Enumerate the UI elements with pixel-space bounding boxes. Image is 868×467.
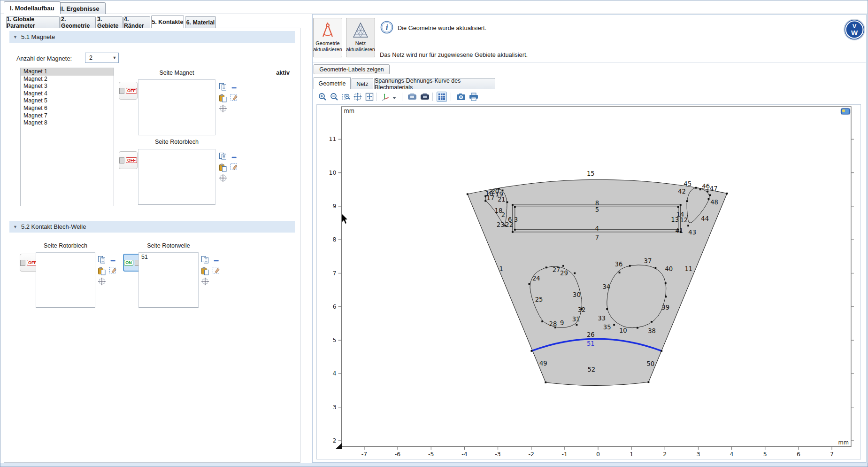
zoom-box-icon[interactable] — [342, 93, 350, 101]
printer-icon[interactable] — [469, 93, 478, 101]
viewtab-spannungs-dehnungs-kurve[interactable]: Spannungs-Dehnungs-Kurve des Blechmateri… — [374, 78, 495, 89]
anzahl-magnete-select[interactable]: 2 ▼ — [85, 53, 119, 63]
clear-selection-icon[interactable] — [230, 93, 238, 102]
paste-selection-icon[interactable] — [201, 267, 209, 275]
group-title-seite-magnet: Seite Magnet — [138, 70, 215, 76]
geometry-label: 30 — [573, 291, 581, 298]
image-snapshot-dark-icon[interactable] — [420, 93, 430, 101]
geometry-label: 21 — [498, 196, 506, 203]
vertex-marker — [654, 267, 656, 269]
zoom-to-selection-icon[interactable] — [98, 277, 106, 286]
vertex-marker — [531, 350, 533, 352]
magnet-list-item[interactable]: Magnet 3 — [21, 83, 114, 90]
geometry-label: 43 — [688, 229, 696, 236]
selection-box-seite-rotorwelle[interactable]: 51 — [138, 252, 199, 308]
subtab-gebiete[interactable]: 3. Gebiete — [97, 16, 123, 28]
geometry-label: 50 — [646, 360, 654, 367]
vertex-marker — [545, 266, 547, 268]
clear-selection-icon[interactable] — [109, 266, 117, 275]
clear-selection-icon[interactable] — [212, 266, 221, 275]
geometry-plot[interactable]: -7-6-5-4-3-2-101234567234567891011mmmm12… — [316, 104, 861, 459]
selection-box-seite-magnet[interactable] — [138, 79, 215, 135]
selection-entry[interactable]: 51 — [141, 254, 196, 260]
y-tick-label: 7 — [333, 270, 337, 277]
clear-selection-icon[interactable] — [230, 163, 238, 171]
geometry-label: 18 — [495, 207, 503, 214]
tab-modellaufbau[interactable]: I. Modellaufbau — [4, 1, 61, 14]
show-geometry-labels-button[interactable]: Geometrie-Labels zeigen — [314, 64, 390, 74]
tab-modellaufbau-label: I. Modellaufbau — [10, 5, 54, 12]
update-geometry-button[interactable]: Geometrie aktualisieren — [313, 18, 342, 57]
aktiv-label: aktiv — [261, 70, 290, 76]
selection-box-seite-rotorblech[interactable] — [138, 149, 215, 205]
section-kontakt-header[interactable]: ▼ 5.2 Kontakt Blech-Welle — [9, 221, 295, 233]
info-icon: i — [380, 21, 393, 34]
section-magnete-header[interactable]: ▼ 5.1 Magnete — [9, 31, 295, 43]
copy-selection-icon[interactable] — [219, 152, 227, 161]
remove-selection-icon[interactable] — [231, 84, 238, 92]
subtab-globale-parameter[interactable]: 1. Globale Parameter — [6, 16, 60, 28]
magnet-list-item[interactable]: Magnet 6 — [21, 105, 114, 112]
selection-box-kontakt-rotorblech[interactable] — [36, 252, 95, 308]
zoom-to-selection-icon[interactable] — [201, 277, 209, 286]
x-tick-label: 4 — [730, 451, 734, 458]
vertex-marker — [680, 204, 682, 206]
zoom-out-icon[interactable] — [330, 93, 338, 101]
group-title-kontakt-rotorblech: Seite Rotorblech — [36, 242, 95, 249]
tab-ergebnisse-label: II. Ergebnisse — [60, 5, 100, 12]
update-mesh-button[interactable]: Netz aktualisieren — [346, 18, 375, 57]
magnet-list-item[interactable]: Magnet 8 — [21, 119, 114, 127]
geometry-label: 47 — [710, 185, 718, 192]
tab-ergebnisse[interactable]: II. Ergebnisse — [54, 2, 106, 14]
remove-selection-icon[interactable] — [213, 257, 220, 265]
magnet-list-item[interactable]: Magnet 4 — [21, 90, 114, 98]
view-orientation-icon[interactable] — [381, 93, 390, 101]
magnet-list-item[interactable]: Magnet 7 — [21, 112, 114, 120]
subtab-kontakte[interactable]: 5. Kontakte — [151, 16, 184, 28]
viewtab-netz[interactable]: Netz — [352, 78, 373, 89]
info-mesh-text: Das Netz wird nur für zugewiesene Gebiet… — [380, 51, 528, 58]
x-tick-label: 6 — [797, 451, 800, 458]
remove-selection-icon[interactable] — [231, 153, 238, 162]
vertex-marker — [576, 324, 578, 326]
magnet-list[interactable]: Magnet 1Magnet 2Magnet 3Magnet 4Magnet 5… — [20, 68, 114, 206]
vertex-marker — [606, 308, 608, 310]
zoom-in-icon[interactable] — [318, 93, 327, 101]
magnet-list-item[interactable]: Magnet 1 — [21, 68, 114, 76]
toolbar-separator — [402, 93, 402, 101]
copy-selection-icon[interactable] — [98, 256, 106, 264]
subtab-geometrie[interactable]: 2. Geometrie — [61, 16, 96, 28]
remove-selection-icon[interactable] — [110, 257, 117, 265]
copy-selection-icon[interactable] — [201, 256, 209, 264]
image-snapshot-icon[interactable] — [407, 93, 417, 101]
geometry-label: 20 — [491, 188, 499, 195]
zoom-extents-icon[interactable] — [353, 93, 362, 101]
paste-selection-icon[interactable] — [98, 267, 106, 275]
x-tick-label: 5 — [763, 451, 767, 458]
viewtab-geometrie[interactable]: Geometrie — [314, 77, 351, 89]
paste-selection-icon[interactable] — [219, 94, 227, 102]
subtab-raender[interactable]: 4. Ränder — [123, 16, 150, 28]
zoom-to-selection-icon[interactable] — [219, 174, 227, 182]
view-orientation-dropdown-icon[interactable] — [392, 95, 397, 101]
toggle-seite-magnet[interactable]: OFF — [119, 82, 138, 100]
axis-origin-marker — [336, 443, 342, 449]
toggle-state-label: ON — [124, 260, 133, 265]
copy-selection-icon[interactable] — [219, 83, 227, 91]
vertex-marker — [514, 229, 516, 231]
vertex-marker — [514, 206, 516, 208]
camera-icon[interactable] — [456, 93, 466, 101]
grid-toggle-icon[interactable] — [437, 92, 447, 102]
zoom-to-selection-icon[interactable] — [219, 104, 227, 113]
vertex-marker — [709, 194, 711, 196]
toggle-seite-rotorblech[interactable]: OFF — [119, 151, 138, 169]
section-magnete-title: 5.1 Magnete — [21, 33, 55, 40]
subtab-material[interactable]: 6. Material — [185, 16, 216, 28]
paste-selection-icon[interactable] — [219, 163, 227, 172]
fit-window-icon[interactable] — [365, 93, 374, 101]
geometry-label: 9 — [560, 319, 564, 327]
magnet-list-item[interactable]: Magnet 5 — [21, 97, 114, 105]
collapse-triangle-icon: ▼ — [13, 225, 17, 229]
x-tick-label: -7 — [361, 451, 367, 458]
magnet-list-item[interactable]: Magnet 2 — [21, 76, 114, 83]
